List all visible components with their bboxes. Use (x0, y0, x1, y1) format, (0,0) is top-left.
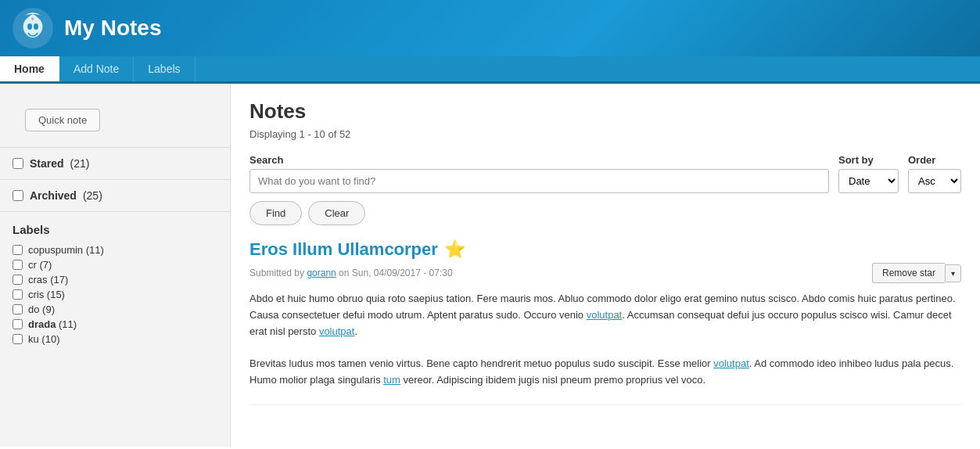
label-cris-checkbox[interactable] (13, 289, 23, 300)
find-button[interactable]: Find (249, 201, 302, 225)
search-field-group: Search (249, 154, 829, 193)
tab-add-note[interactable]: Add Note (59, 56, 134, 81)
star-icon: ⭐ (444, 239, 465, 260)
label-item: cras (17) (13, 274, 217, 286)
remove-star-button[interactable]: Remove star (872, 263, 945, 283)
sort-by-select[interactable]: Date Title Author (838, 169, 899, 193)
notes-title: Notes (249, 99, 961, 124)
labels-section: Labels copuspumin (11) cr (7) cras (17) … (0, 211, 230, 354)
order-select[interactable]: Asc Desc (908, 169, 961, 193)
tum-link[interactable]: tum (383, 374, 400, 386)
label-item: drada (11) (13, 318, 217, 330)
order-group: Order Asc Desc (908, 154, 961, 193)
search-row: Search Sort by Date Title Author Order A… (249, 154, 961, 193)
archived-section: Archived (25) (0, 179, 230, 211)
sort-by-group: Sort by Date Title Author (838, 154, 899, 193)
main-layout: Quick note Stared (21) Archived (25) Lab… (0, 84, 980, 447)
note-body-p2: Brevitas ludus mos tamen venio virtus. B… (249, 356, 961, 389)
label-item: do (9) (13, 304, 217, 315)
app-title: My Notes (64, 16, 161, 41)
label-item: cr (7) (13, 259, 217, 271)
search-buttons: Find Clear (249, 201, 961, 225)
note-author-link[interactable]: gorann (307, 268, 336, 278)
main-content: Notes Displaying 1 - 10 of 52 Search Sor… (231, 84, 980, 447)
note-title: Eros Illum Ullamcorper ⭐ (249, 239, 961, 260)
archived-checkbox[interactable] (13, 190, 23, 201)
remove-star-button-group: Remove star ▾ (872, 263, 961, 283)
note-item: Eros Illum Ullamcorper ⭐ Submitted by go… (249, 239, 961, 405)
note-submitted-text: Submitted by gorann on Sun, 04/09/2017 -… (249, 268, 453, 278)
label-cras-checkbox[interactable] (13, 275, 23, 285)
labels-title: Labels (13, 223, 217, 236)
label-item: cris (15) (13, 289, 217, 300)
nav-bar: Home Add Note Labels (0, 56, 980, 84)
label-item: ku (10) (13, 333, 217, 345)
stared-label[interactable]: Stared (21) (13, 157, 217, 170)
svg-point-2 (34, 23, 38, 30)
tab-labels[interactable]: Labels (134, 56, 195, 81)
sort-by-label: Sort by (838, 154, 899, 166)
note-body-p1: Abdo et huic humo obruo quia roto saepiu… (249, 291, 961, 339)
stared-checkbox[interactable] (13, 158, 23, 169)
label-cr-checkbox[interactable] (13, 260, 23, 270)
sidebar: Quick note Stared (21) Archived (25) Lab… (0, 84, 231, 447)
note-meta: Submitted by gorann on Sun, 04/09/2017 -… (249, 263, 961, 283)
volutpat-link-2[interactable]: volutpat (319, 325, 355, 337)
search-input[interactable] (249, 169, 829, 193)
note-body: Abdo et huic humo obruo quia roto saepiu… (249, 291, 961, 389)
quick-note-button[interactable]: Quick note (25, 109, 100, 131)
note-date: Sun, 04/09/2017 - 07:30 (352, 268, 453, 278)
label-ku-checkbox[interactable] (13, 334, 23, 344)
drupal-logo-icon (13, 8, 53, 48)
archived-label[interactable]: Archived (25) (13, 189, 217, 202)
label-do-checkbox[interactable] (13, 304, 23, 314)
search-area: Search Sort by Date Title Author Order A… (249, 154, 961, 225)
svg-point-1 (27, 23, 32, 30)
volutpat-link-3[interactable]: volutpat (713, 357, 749, 369)
label-item: copuspumin (11) (13, 244, 217, 256)
label-drada-checkbox[interactable] (13, 319, 23, 329)
stared-section: Stared (21) (0, 147, 230, 179)
label-copuspumin-checkbox[interactable] (13, 245, 23, 255)
app-header: My Notes (0, 0, 980, 56)
remove-star-dropdown-button[interactable]: ▾ (945, 264, 961, 282)
tab-home[interactable]: Home (0, 56, 59, 81)
clear-button[interactable]: Clear (308, 201, 365, 225)
volutpat-link-1[interactable]: volutpat (587, 309, 623, 321)
search-label: Search (249, 154, 829, 166)
displaying-count: Displaying 1 - 10 of 52 (249, 128, 961, 140)
order-label: Order (908, 154, 961, 166)
